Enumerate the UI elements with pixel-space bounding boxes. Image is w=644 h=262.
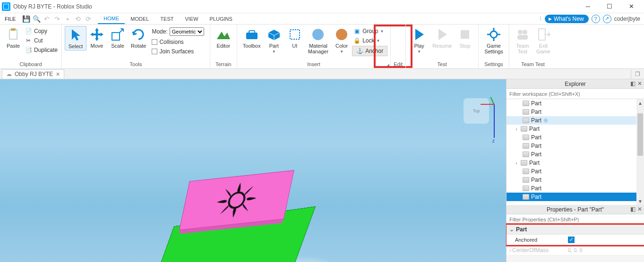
svg-rect-10: [461, 30, 469, 39]
tree-row-part[interactable]: ›Part: [507, 159, 644, 167]
tree-row-part[interactable]: ›Part: [507, 125, 644, 133]
duplicate-icon: 📑: [25, 46, 32, 54]
help-icon[interactable]: ?: [592, 15, 600, 23]
game-settings-button[interactable]: Game Settings: [481, 26, 506, 55]
property-anchored[interactable]: Anchored ✓: [507, 235, 644, 245]
history-back-icon[interactable]: ⟲: [74, 15, 82, 23]
tree-item-label: Part: [531, 185, 541, 192]
scroll-thumb[interactable]: [637, 113, 643, 156]
tab-overflow-button[interactable]: ❐: [631, 69, 644, 79]
group-settings: Game Settings Settings: [479, 25, 509, 68]
explorer-filter-input[interactable]: [507, 89, 644, 99]
team-test-button[interactable]: Team Test: [512, 26, 533, 55]
app-logo-icon: [2, 2, 10, 11]
property-centerofmass[interactable]: ›CenterOfMass 0, 0, 0: [507, 245, 644, 255]
tree-row-part[interactable]: Part: [507, 133, 644, 142]
tree-row-part[interactable]: Part: [507, 176, 644, 184]
collapse-ribbon-icon[interactable]: 〈: [536, 15, 542, 23]
scroll-up-icon[interactable]: ▲: [636, 99, 644, 107]
mode-select[interactable]: Geometric: [170, 27, 204, 36]
tree-row-part[interactable]: Part: [507, 193, 644, 201]
explorer-tree[interactable]: PartPartPart ⊕›PartPartPartPart›PartPart…: [507, 99, 644, 205]
whats-new-button[interactable]: What's New: [545, 15, 589, 23]
group-button[interactable]: ▣Group▼: [352, 27, 387, 35]
join-surfaces-checkbox[interactable]: Join Surfaces: [151, 48, 205, 55]
scale-tool-button[interactable]: Scale: [107, 26, 128, 50]
group-terrain-label: Terrain: [213, 61, 234, 68]
tree-row-part[interactable]: Part ⊕: [507, 116, 644, 125]
minimize-button[interactable]: ─: [577, 0, 599, 13]
terrain-editor-button[interactable]: Editor: [213, 26, 234, 50]
copy-button[interactable]: 📄Copy: [24, 27, 59, 35]
undock-icon[interactable]: ◧: [630, 206, 635, 212]
tree-row-part[interactable]: Part: [507, 142, 644, 150]
group-terrain: Editor Terrain: [210, 25, 237, 68]
explorer-header[interactable]: Explorer ◧✕: [507, 79, 644, 89]
document-tab[interactable]: ☁ Obby RJ BYTE ✕: [2, 69, 64, 78]
property-category-part[interactable]: ⌄Part: [507, 225, 644, 235]
tab-test[interactable]: TEST: [155, 13, 179, 24]
username-label[interactable]: coderjbyte: [614, 16, 640, 22]
redo-icon[interactable]: ↷: [53, 15, 61, 23]
maximize-button[interactable]: ☐: [599, 0, 620, 13]
properties-header[interactable]: Properties - Part "Part" ◧✕: [507, 205, 644, 214]
stop-button[interactable]: Stop: [455, 26, 475, 50]
explorer-scrollbar[interactable]: ▲ ▼: [636, 99, 644, 205]
share-icon[interactable]: ↗: [603, 15, 611, 23]
anchor-button[interactable]: ⚓Anchor: [352, 46, 387, 56]
3d-viewport[interactable]: Top: [0, 79, 506, 262]
tab-home[interactable]: HOME: [98, 13, 125, 24]
close-button[interactable]: ✕: [620, 0, 642, 13]
file-menu[interactable]: FILE: [0, 13, 20, 24]
color-button[interactable]: Color ▼: [331, 26, 352, 55]
undo-icon[interactable]: ↶: [43, 15, 51, 23]
tree-row-part[interactable]: Part: [507, 99, 644, 108]
tab-view[interactable]: VIEW: [179, 13, 204, 24]
ribbon: Paste 📄Copy ✂Cut 📑Duplicate Clipboard Se…: [0, 25, 644, 69]
find-icon[interactable]: 🔍: [33, 15, 40, 23]
save-icon[interactable]: 💾: [22, 15, 30, 23]
move-tool-button[interactable]: Move: [86, 26, 107, 50]
tree-row-part[interactable]: Part: [507, 167, 644, 176]
group-tools-label: Tools: [65, 61, 207, 68]
exit-game-button[interactable]: Exit Game: [533, 26, 554, 55]
part-icon: [523, 169, 529, 174]
ui-button[interactable]: UI: [284, 26, 305, 50]
toolbox-button[interactable]: Toolbox: [240, 26, 264, 50]
group-teamtest: Team Test Exit Game Team Test: [509, 25, 557, 68]
group-edit-stub: Edit: [391, 25, 406, 68]
close-panel-icon[interactable]: ✕: [637, 206, 642, 212]
scroll-down-icon[interactable]: ▼: [636, 197, 644, 205]
orientation-cube[interactable]: Top: [464, 98, 489, 124]
tab-plugins[interactable]: PLUGINS: [204, 13, 238, 24]
toolbox-icon: [244, 27, 259, 42]
paste-button[interactable]: Paste: [3, 26, 24, 50]
duplicate-button[interactable]: 📑Duplicate: [24, 46, 59, 54]
close-tab-icon[interactable]: ✕: [56, 71, 60, 77]
add-child-icon[interactable]: ⊕: [543, 117, 548, 124]
part-button[interactable]: Part ▼: [264, 26, 284, 55]
group-clipboard: Paste 📄Copy ✂Cut 📑Duplicate Clipboard: [0, 25, 62, 68]
anchor-icon: ⚓: [356, 48, 363, 54]
chevron-right-icon[interactable]: ›: [514, 127, 519, 132]
chevron-right-icon[interactable]: ›: [514, 161, 519, 166]
close-panel-icon[interactable]: ✕: [637, 80, 642, 87]
history-fwd-icon[interactable]: ⟳: [85, 15, 92, 23]
collisions-checkbox[interactable]: Collisions: [151, 38, 205, 46]
properties-filter-input[interactable]: [507, 214, 644, 224]
tree-row-part[interactable]: Part: [507, 150, 644, 159]
cut-button[interactable]: ✂Cut: [24, 36, 59, 45]
tree-row-part[interactable]: Part: [507, 184, 644, 193]
resume-button[interactable]: Resume: [429, 26, 455, 50]
play-button[interactable]: Play ▼: [409, 26, 429, 55]
svg-point-8: [312, 29, 324, 40]
lock-button[interactable]: 🔒Lock▼: [352, 36, 387, 45]
group-dialog-launcher-icon[interactable]: ◢: [386, 63, 389, 68]
rotate-tool-button[interactable]: Rotate: [128, 26, 149, 50]
material-manager-button[interactable]: Material Manager: [305, 26, 331, 55]
anchored-checkbox[interactable]: ✓: [568, 237, 575, 243]
undock-icon[interactable]: ◧: [630, 80, 635, 87]
tree-row-part[interactable]: Part: [507, 108, 644, 116]
tab-model[interactable]: MODEL: [125, 13, 155, 24]
select-tool-button[interactable]: Select: [65, 26, 86, 51]
